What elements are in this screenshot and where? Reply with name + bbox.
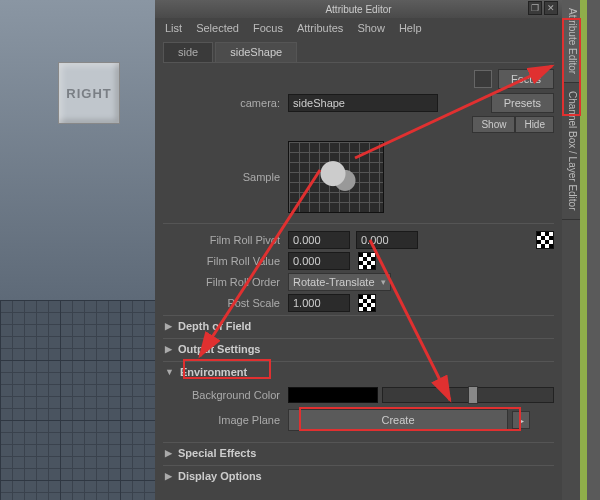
panel-titlebar: Attribute Editor ❐ ✕ <box>155 0 562 18</box>
focus-button[interactable]: Focus <box>498 69 554 89</box>
section-special-effects[interactable]: ▶Special Effects <box>163 443 554 463</box>
viewport-3d[interactable]: RIGHT <box>0 0 155 500</box>
post-scale-map-button[interactable] <box>358 294 376 312</box>
menu-show[interactable]: Show <box>357 22 385 34</box>
presets-button[interactable]: Presets <box>491 93 554 113</box>
post-scale-field[interactable] <box>288 294 350 312</box>
camera-label: camera: <box>163 97 288 109</box>
sample-label: Sample <box>163 171 288 183</box>
film-roll-value-label: Film Roll Value <box>163 255 288 267</box>
close-button[interactable]: ✕ <box>544 1 558 15</box>
section-depth-of-field[interactable]: ▶Depth of Field <box>163 316 554 336</box>
roll-value-map-button[interactable] <box>358 252 376 270</box>
chevron-right-icon: ▶ <box>165 344 172 354</box>
resize-handle[interactable] <box>580 0 587 500</box>
viewport-grid <box>0 300 155 500</box>
side-tab-channel-box[interactable]: Channel Box / Layer Editor <box>562 83 580 220</box>
node-tabs: side sideShape <box>163 42 554 63</box>
film-roll-value-field[interactable] <box>288 252 350 270</box>
dock-side-tabs: Attribute Editor Channel Box / Layer Edi… <box>562 0 580 500</box>
film-roll-pivot-x[interactable] <box>288 231 350 249</box>
film-roll-order-label: Film Roll Order <box>163 276 288 288</box>
background-color-swatch[interactable] <box>288 387 378 403</box>
select-node-icon[interactable] <box>474 70 492 88</box>
film-roll-pivot-label: Film Roll Pivot <box>163 234 288 246</box>
side-tab-attribute-editor[interactable]: Attribute Editor <box>562 0 580 83</box>
hide-button[interactable]: Hide <box>515 116 554 133</box>
chevron-right-icon: ▶ <box>165 448 172 458</box>
film-roll-pivot-y[interactable] <box>356 231 418 249</box>
panel-title: Attribute Editor <box>325 4 391 15</box>
attribute-editor-panel: Attribute Editor ❐ ✕ List Selected Focus… <box>155 0 562 500</box>
image-plane-create-button[interactable]: Create <box>288 409 508 431</box>
chevron-right-icon: ▶ <box>165 471 172 481</box>
section-display-options[interactable]: ▶Display Options <box>163 466 554 486</box>
menu-attributes[interactable]: Attributes <box>297 22 343 34</box>
section-output-settings[interactable]: ▶Output Settings <box>163 339 554 359</box>
viewcube-right[interactable]: RIGHT <box>58 62 120 124</box>
background-color-slider[interactable] <box>382 387 554 403</box>
tab-side[interactable]: side <box>163 42 213 62</box>
chevron-right-icon: ▶ <box>165 321 172 331</box>
menu-focus[interactable]: Focus <box>253 22 283 34</box>
menu-selected[interactable]: Selected <box>196 22 239 34</box>
sample-swatch[interactable] <box>288 141 384 213</box>
chevron-down-icon: ▼ <box>165 367 174 377</box>
film-roll-order-dropdown[interactable]: Rotate-Translate <box>288 273 391 291</box>
menubar: List Selected Focus Attributes Show Help <box>155 18 562 38</box>
menu-help[interactable]: Help <box>399 22 422 34</box>
show-button[interactable]: Show <box>472 116 515 133</box>
tab-sideshape[interactable]: sideShape <box>215 42 297 62</box>
image-plane-popout-button[interactable]: ▸ <box>512 411 530 429</box>
menu-list[interactable]: List <box>165 22 182 34</box>
pivot-map-button[interactable] <box>536 231 554 249</box>
undock-button[interactable]: ❐ <box>528 1 542 15</box>
viewcube-label: RIGHT <box>66 86 111 101</box>
camera-field[interactable] <box>288 94 438 112</box>
post-scale-label: Post Scale <box>163 297 288 309</box>
section-environment[interactable]: ▼Environment <box>163 362 554 382</box>
image-plane-label: Image Plane <box>163 414 288 426</box>
background-color-label: Background Color <box>163 389 288 401</box>
